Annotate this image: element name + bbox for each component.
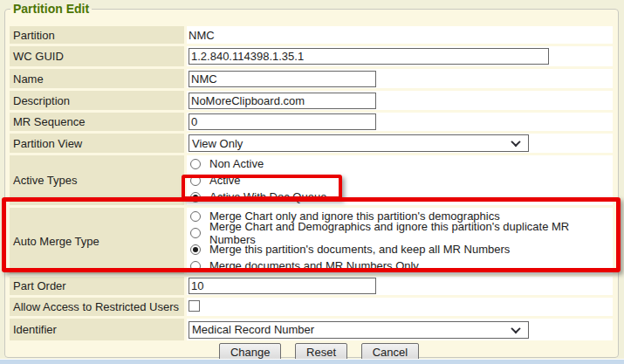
radio-selected-icon — [190, 192, 201, 203]
chevron-down-icon — [511, 323, 520, 333]
partition-label: Partition — [10, 26, 184, 44]
radio-active[interactable]: Active — [189, 172, 611, 189]
partition-value: NMC — [187, 26, 613, 44]
radio-icon — [190, 211, 201, 222]
identifier-select[interactable]: Medical Record Number — [189, 321, 529, 339]
row-allow-access: Allow Access to Restricted Users — [10, 298, 613, 316]
wc-guid-input[interactable] — [189, 48, 549, 65]
radio-merge-documents-and-mr-numbers[interactable]: Merge documents and MR Numbers Only — [189, 258, 611, 274]
allow-access-label: Allow Access to Restricted Users — [10, 298, 184, 316]
radio-icon — [190, 175, 201, 186]
radio-label: Merge this partition's documents, and ke… — [209, 243, 510, 256]
mr-sequence-input[interactable] — [189, 113, 376, 130]
description-label: Description — [10, 91, 184, 110]
row-part-order: Part Order — [10, 277, 613, 295]
radio-label: Merge documents and MR Numbers Only — [209, 259, 419, 272]
radio-label: Active With Doc Queue — [209, 190, 326, 203]
mr-sequence-label: MR Sequence — [10, 113, 184, 131]
row-auto-merge-type: Auto Merge Type Merge Chart only and ign… — [10, 208, 613, 274]
row-partition-view: Partition View View Only — [10, 134, 613, 153]
name-input[interactable] — [189, 71, 376, 87]
radio-non-active[interactable]: Non Active — [189, 155, 611, 172]
identifier-label: Identifier — [10, 319, 184, 340]
auto-merge-type-label: Auto Merge Type — [10, 208, 184, 274]
radio-label: Merge Chart and Demographics and ignore … — [209, 220, 611, 246]
part-order-label: Part Order — [10, 277, 184, 295]
bottom-blue-strip — [0, 360, 624, 364]
radio-icon — [190, 261, 201, 271]
chevron-down-icon — [511, 137, 520, 147]
page: Partition Edit Partition NMC WC GUID Nam… — [0, 0, 624, 364]
identifier-selected-value: Medical Record Number — [192, 323, 314, 336]
radio-active-with-doc-queue[interactable]: Active With Doc Queue — [189, 189, 611, 205]
partition-view-label: Partition View — [10, 134, 184, 153]
radio-label: Active — [209, 174, 240, 187]
radio-icon — [190, 228, 201, 238]
row-partition: Partition NMC — [10, 26, 613, 44]
row-mr-sequence: MR Sequence — [10, 113, 613, 131]
partition-view-selected-value: View Only — [192, 137, 243, 150]
radio-label: Non Active — [209, 157, 264, 170]
partition-edit-panel: Partition Edit Partition NMC WC GUID Nam… — [4, 2, 619, 358]
active-types-label: Active Types — [10, 155, 184, 205]
wc-guid-label: WC GUID — [10, 46, 184, 66]
radio-icon — [190, 159, 201, 169]
row-wc-guid: WC GUID — [10, 46, 613, 66]
row-description: Description — [10, 91, 613, 110]
name-label: Name — [10, 69, 184, 88]
row-active-types: Active Types Non Active Active Active Wi… — [10, 155, 613, 205]
allow-access-checkbox[interactable] — [189, 300, 200, 312]
row-identifier: Identifier Medical Record Number — [10, 319, 613, 340]
part-order-input[interactable] — [189, 278, 376, 294]
partition-view-select[interactable]: View Only — [189, 134, 529, 152]
page-title: Partition Edit — [10, 2, 92, 17]
partition-edit-form: Partition NMC WC GUID Name Description M… — [7, 24, 615, 364]
row-name: Name — [10, 69, 613, 88]
radio-merge-chart-and-demographics[interactable]: Merge Chart and Demographics and ignore … — [189, 224, 611, 241]
description-input[interactable] — [189, 93, 376, 109]
radio-selected-icon — [190, 244, 201, 255]
